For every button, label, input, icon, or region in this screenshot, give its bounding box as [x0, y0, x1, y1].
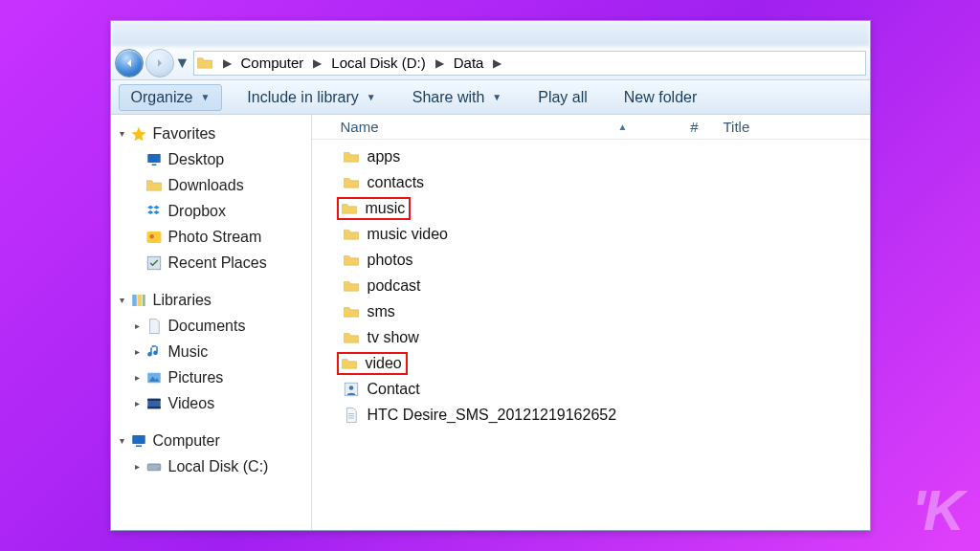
- organize-button[interactable]: Organize ▼: [119, 84, 223, 111]
- sidebar-item-label: Local Disk (C:): [168, 458, 269, 475]
- sidebar-item-desktop[interactable]: ▸ Desktop: [111, 146, 311, 172]
- folder-icon: [343, 226, 360, 243]
- file-row[interactable]: photos: [312, 247, 870, 273]
- share-button[interactable]: Share with ▼: [401, 85, 514, 110]
- document-icon: [145, 318, 163, 335]
- file-name: podcast: [368, 277, 421, 295]
- svg-rect-14: [136, 445, 142, 447]
- play-label: Play all: [538, 89, 588, 106]
- svg-point-3: [149, 234, 154, 239]
- toolbar: Organize ▼ Include in library ▼ Share wi…: [111, 80, 870, 115]
- titlebar: [111, 21, 870, 46]
- explorer-window: ▼ ▶ Computer ▶ Local Disk (D:) ▶ Data ▶ …: [110, 20, 871, 531]
- sidebar: ▾ Favorites ▸ Desktop ▸ Downloads: [111, 115, 312, 530]
- breadcrumb[interactable]: ▶ Computer ▶ Local Disk (D:) ▶ Data ▶: [193, 51, 866, 76]
- breadcrumb-segment[interactable]: Local Disk (D:): [325, 52, 431, 75]
- sidebar-item-dropbox[interactable]: ▸ Dropbox: [111, 198, 311, 224]
- computer-section: ▾ Computer ▸ Local Disk (C:): [111, 428, 311, 479]
- file-row[interactable]: music: [312, 195, 870, 221]
- computer-header[interactable]: ▾ Computer: [111, 428, 311, 453]
- sidebar-item-label: Documents: [168, 318, 246, 335]
- folder-icon: [343, 148, 360, 165]
- file-name: apps: [368, 148, 401, 165]
- chevron-right-icon: ▶: [432, 56, 448, 70]
- folder-icon: [343, 252, 360, 269]
- back-button[interactable]: [115, 49, 144, 77]
- expand-icon: ▸: [132, 346, 144, 357]
- navbar: ▼ ▶ Computer ▶ Local Disk (D:) ▶ Data ▶: [111, 46, 870, 80]
- videos-icon: [145, 395, 163, 412]
- file-row[interactable]: HTC Desire_SMS_20121219162652: [312, 402, 870, 428]
- folder-icon: [341, 200, 358, 217]
- file-row[interactable]: Contact: [312, 376, 870, 402]
- svg-rect-15: [147, 464, 161, 471]
- file-row[interactable]: tv show: [312, 324, 870, 350]
- play-all-button[interactable]: Play all: [526, 85, 599, 110]
- library-icon: [130, 292, 147, 309]
- file-row[interactable]: sms: [312, 298, 870, 324]
- music-icon: [145, 343, 163, 361]
- sidebar-item-photostream[interactable]: ▸ Photo Stream: [111, 224, 311, 250]
- sidebar-item-recent[interactable]: ▸ Recent Places: [111, 250, 311, 276]
- expand-icon: ▸: [132, 372, 144, 383]
- column-header: Name ▲ # Title: [312, 115, 870, 140]
- file-row[interactable]: video: [312, 350, 870, 376]
- drive-icon: [145, 458, 163, 475]
- svg-point-16: [157, 467, 159, 469]
- file-name: HTC Desire_SMS_20121219162652: [368, 407, 617, 424]
- computer-label: Computer: [153, 432, 220, 450]
- desktop-icon: [145, 151, 163, 168]
- folder-icon: [343, 329, 360, 346]
- star-icon: [130, 125, 147, 143]
- sidebar-item-music[interactable]: ▸ Music: [111, 339, 311, 364]
- breadcrumb-segment[interactable]: Computer: [235, 52, 310, 75]
- forward-button[interactable]: [145, 49, 174, 77]
- sidebar-item-label: Photo Stream: [168, 229, 262, 246]
- arrow-right-icon: [152, 55, 167, 71]
- sidebar-item-documents[interactable]: ▸ Documents: [111, 313, 311, 339]
- folder-icon: [343, 174, 360, 191]
- dropbox-icon: [145, 203, 163, 220]
- sidebar-item-label: Recent Places: [168, 254, 267, 272]
- svg-rect-2: [146, 231, 161, 243]
- favorites-header[interactable]: ▾ Favorites: [111, 121, 311, 146]
- sidebar-item-label: Dropbox: [168, 203, 226, 220]
- column-number[interactable]: #: [666, 119, 724, 135]
- sort-asc-icon: ▲: [618, 121, 628, 132]
- file-row[interactable]: music video: [312, 221, 870, 247]
- svg-rect-0: [147, 154, 161, 163]
- content-area: ▾ Favorites ▸ Desktop ▸ Downloads: [111, 115, 870, 530]
- column-title-label: Title: [724, 119, 750, 135]
- folder-icon: [196, 55, 213, 72]
- column-num-label: #: [690, 119, 698, 135]
- file-row[interactable]: podcast: [312, 273, 870, 298]
- svg-rect-12: [147, 407, 161, 408]
- libraries-label: Libraries: [153, 292, 212, 309]
- file-row[interactable]: contacts: [312, 169, 870, 195]
- sidebar-item-label: Desktop: [168, 151, 225, 168]
- sidebar-item-label: Music: [168, 343, 209, 361]
- arrow-left-icon: [122, 55, 137, 71]
- sidebar-item-pictures[interactable]: ▸ Pictures: [111, 364, 311, 390]
- include-library-button[interactable]: Include in library ▼: [235, 85, 387, 110]
- sidebar-item-localdisk-c[interactable]: ▸ Local Disk (C:): [111, 453, 311, 479]
- column-name-label: Name: [341, 119, 379, 135]
- sidebar-item-videos[interactable]: ▸ Videos: [111, 390, 311, 416]
- libraries-header[interactable]: ▾ Libraries: [111, 287, 311, 313]
- new-folder-button[interactable]: New folder: [612, 85, 708, 110]
- favorites-label: Favorites: [153, 125, 216, 143]
- svg-point-18: [348, 386, 353, 390]
- column-title[interactable]: Title: [724, 119, 819, 135]
- share-label: Share with: [412, 89, 485, 106]
- svg-rect-5: [132, 295, 137, 306]
- file-row[interactable]: apps: [312, 143, 870, 169]
- history-dropdown[interactable]: ▼: [176, 55, 189, 72]
- file-list[interactable]: appscontactsmusicmusic videophotospodcas…: [312, 140, 870, 530]
- breadcrumb-segment[interactable]: Data: [448, 52, 490, 75]
- column-name[interactable]: Name ▲: [341, 119, 666, 135]
- svg-rect-13: [132, 435, 145, 444]
- svg-rect-6: [137, 295, 142, 306]
- file-name: music video: [368, 226, 448, 243]
- include-label: Include in library: [247, 89, 359, 106]
- sidebar-item-downloads[interactable]: ▸ Downloads: [111, 172, 311, 198]
